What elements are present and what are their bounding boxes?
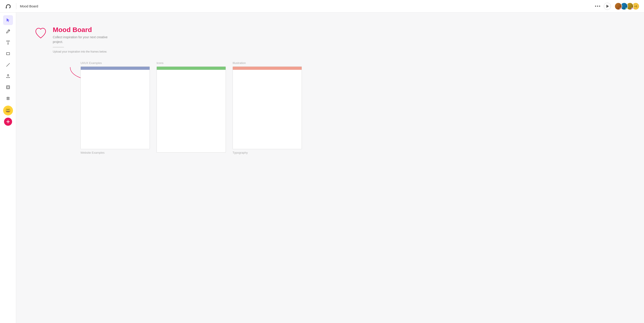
- sidebar-item-emoji[interactable]: 😃: [3, 106, 13, 116]
- frame-illustration: Illustration Typography: [232, 61, 302, 154]
- board-instruction: Upload your inspiration into the frames …: [53, 50, 111, 53]
- sidebar-item-select[interactable]: [3, 15, 13, 25]
- svg-point-0: [6, 7, 7, 8]
- frame-uiux-content: [81, 70, 150, 146]
- frame-illustration-bottom: Typography: [232, 151, 302, 154]
- line-icon: [6, 63, 10, 67]
- frame-icons-content: [157, 70, 226, 146]
- frame-icons: Icons: [156, 61, 226, 154]
- sidebar-item-grid[interactable]: [3, 94, 13, 103]
- add-icon: [6, 120, 10, 124]
- frame-icons-bar: [157, 67, 226, 70]
- logo[interactable]: [4, 3, 12, 10]
- text-icon: [6, 40, 10, 45]
- frame-icon: [6, 85, 10, 90]
- sidebar-item-add[interactable]: [4, 118, 12, 126]
- grid-icon: [6, 96, 10, 101]
- svg-rect-2: [6, 86, 10, 89]
- app-header: Mood Board +1: [0, 0, 322, 12]
- sidebar-item-rectangle[interactable]: [3, 49, 13, 58]
- pen-icon: [6, 29, 10, 34]
- frame-illustration-label: Illustration: [232, 61, 302, 65]
- frames-area: UI/UX Examples Website Examples Icons Il…: [80, 61, 322, 154]
- board-subtitle: Collect inspiration for your next creati…: [53, 35, 111, 44]
- frame-icons-box[interactable]: [156, 66, 226, 152]
- frame-illustration-bar: [233, 67, 302, 70]
- sidebar-item-frame[interactable]: [3, 82, 13, 92]
- frame-uiux-bar: [81, 67, 150, 70]
- sidebar-item-line[interactable]: [3, 60, 13, 70]
- select-icon: [6, 18, 10, 22]
- main-content: Mood Board Collect inspiration for your …: [16, 12, 322, 162]
- board-header: Mood Board Collect inspiration for your …: [34, 26, 313, 53]
- board-title: Mood Board: [53, 26, 111, 34]
- page-title: Mood Board: [20, 4, 322, 8]
- upload-icon: [6, 74, 10, 78]
- sidebar-item-text[interactable]: [3, 38, 13, 48]
- header-divider: [16, 3, 16, 10]
- board-divider: [53, 47, 64, 48]
- frame-uiux-label: UI/UX Examples: [80, 61, 150, 65]
- svg-rect-1: [6, 52, 10, 55]
- sidebar: 😃: [0, 12, 16, 162]
- frame-illustration-box[interactable]: [232, 66, 302, 149]
- frame-uiux: UI/UX Examples Website Examples: [80, 61, 150, 154]
- frame-uiux-box[interactable]: [80, 66, 150, 149]
- frame-icons-label: Icons: [156, 61, 226, 65]
- heart-icon: [34, 27, 48, 39]
- sidebar-item-pen[interactable]: [3, 26, 13, 36]
- sidebar-item-upload[interactable]: [3, 71, 13, 81]
- rectangle-icon: [6, 52, 10, 56]
- frame-illustration-content: [233, 70, 302, 146]
- frame-uiux-bottom: Website Examples: [80, 151, 150, 154]
- board-title-block: Mood Board Collect inspiration for your …: [53, 26, 111, 53]
- svg-rect-3: [7, 86, 9, 88]
